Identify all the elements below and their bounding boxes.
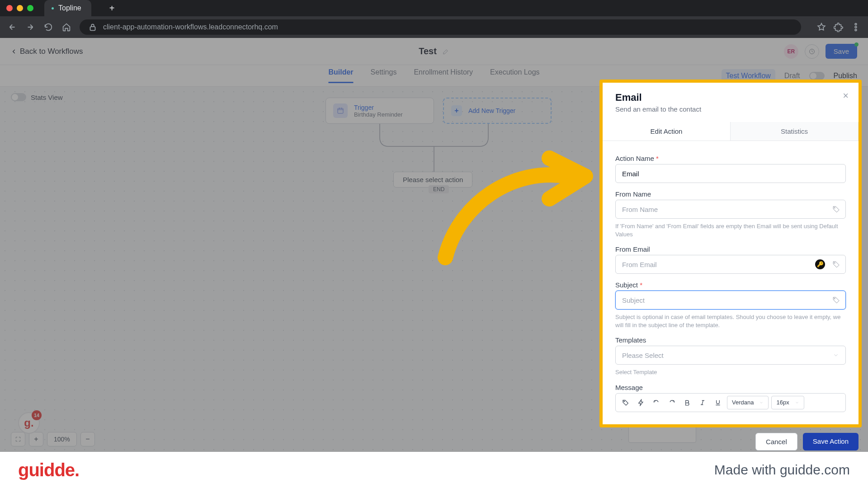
menu-icon[interactable] xyxy=(851,22,861,32)
address-bar[interactable]: client-app-automation-workflows.leadconn… xyxy=(80,19,801,35)
zoom-out-button[interactable]: − xyxy=(80,432,95,446)
save-button-label: Save xyxy=(834,47,849,55)
templates-select[interactable]: Please Select xyxy=(615,346,846,365)
from-email-input[interactable] xyxy=(615,255,846,274)
stats-view-switch[interactable] xyxy=(11,93,26,101)
subject-hint: Subject is optional in case of email tem… xyxy=(615,313,846,329)
tag-icon[interactable] xyxy=(832,205,840,213)
workflow-title: Test xyxy=(419,46,437,56)
underline-icon[interactable] xyxy=(712,396,724,409)
new-tab-button[interactable]: + xyxy=(109,3,115,14)
minimize-window-icon[interactable] xyxy=(17,5,23,11)
templates-hint: Select Template xyxy=(615,368,846,376)
browser-tab[interactable]: Topline xyxy=(44,0,91,16)
undo-icon[interactable] xyxy=(650,396,663,409)
save-button[interactable]: Save xyxy=(826,44,857,59)
trigger-node[interactable]: Trigger Birthday Reminder xyxy=(326,98,434,124)
nav-back-icon[interactable] xyxy=(7,22,17,32)
tab-enrollment-history[interactable]: Enrollment History xyxy=(414,68,473,83)
app-header: Back to Workflows Test ER Save xyxy=(0,38,868,65)
browser-tab-strip: Topline + xyxy=(0,0,868,16)
cancel-button[interactable]: Cancel xyxy=(755,433,797,450)
fullscreen-icon[interactable] xyxy=(11,432,25,446)
message-label: Message xyxy=(615,384,846,391)
stats-view-toggle[interactable]: Stats View xyxy=(11,93,63,101)
zoom-percent[interactable]: 100% xyxy=(47,432,77,446)
font-size-select[interactable]: 16px xyxy=(771,396,804,409)
action-name-label: Action Name * xyxy=(615,155,846,162)
nav-forward-icon[interactable] xyxy=(25,22,35,32)
tab-title: Topline xyxy=(58,4,81,12)
browser-toolbar: client-app-automation-workflows.leadconn… xyxy=(0,16,868,38)
avatar[interactable]: ER xyxy=(784,44,798,59)
svg-rect-5 xyxy=(338,108,343,113)
svg-point-3 xyxy=(855,29,857,31)
guidde-badge[interactable]: g. 14 xyxy=(18,412,40,434)
guidde-logo: guidde. xyxy=(18,460,79,480)
annotation-arrow-icon xyxy=(432,149,594,268)
panel-subtitle: Send an email to the contact xyxy=(615,105,846,113)
key-icon[interactable]: 🔑 xyxy=(815,259,825,269)
svg-point-9 xyxy=(624,401,625,402)
templates-label: Templates xyxy=(615,336,846,344)
trigger-name: Birthday Reminder xyxy=(354,111,403,118)
connector-line xyxy=(429,124,430,169)
chevron-down-icon xyxy=(795,400,799,405)
tab-edit-action[interactable]: Edit Action xyxy=(603,122,731,141)
font-size-label: 16px xyxy=(776,399,789,406)
svg-rect-0 xyxy=(90,27,95,30)
tab-execution-logs[interactable]: Execution Logs xyxy=(490,68,539,83)
font-family-label: Verdana xyxy=(732,399,754,406)
draft-label: Draft xyxy=(784,72,800,80)
templates-placeholder: Please Select xyxy=(622,352,664,359)
stats-view-label: Stats View xyxy=(31,94,63,101)
font-family-select[interactable]: Verdana xyxy=(727,396,769,409)
subject-label: Subject * xyxy=(615,281,846,289)
reload-icon[interactable] xyxy=(43,22,53,32)
tab-settings[interactable]: Settings xyxy=(371,68,397,83)
page-title: Test xyxy=(419,46,449,56)
action-name-input[interactable] xyxy=(615,164,846,183)
from-name-hint: If 'From Name' and 'From Email' fields a… xyxy=(615,222,846,238)
lock-icon xyxy=(88,22,98,32)
tag-icon[interactable] xyxy=(832,260,840,268)
from-email-label: From Email xyxy=(615,245,846,253)
save-action-button[interactable]: Save Action xyxy=(803,433,859,450)
chevron-down-icon xyxy=(759,400,764,405)
back-to-workflows-link[interactable]: Back to Workflows xyxy=(11,47,83,56)
history-icon[interactable] xyxy=(805,44,819,59)
publish-toggle[interactable] xyxy=(809,72,825,80)
svg-point-2 xyxy=(855,26,857,28)
back-label: Back to Workflows xyxy=(20,47,83,56)
tab-builder[interactable]: Builder xyxy=(328,68,353,83)
close-icon[interactable]: × xyxy=(843,90,849,102)
add-trigger-label: Add New Trigger xyxy=(468,107,515,114)
edit-icon[interactable] xyxy=(442,48,449,55)
tab-favicon xyxy=(52,7,54,9)
redo-icon[interactable] xyxy=(665,396,678,409)
subject-input[interactable] xyxy=(615,291,846,310)
tag-icon[interactable] xyxy=(619,396,632,409)
from-name-input[interactable] xyxy=(615,200,846,219)
maximize-window-icon[interactable] xyxy=(27,5,33,11)
editor-toolbar: Verdana 16px xyxy=(615,393,846,412)
guidde-badge-logo: g. xyxy=(24,417,33,429)
plus-icon: + xyxy=(451,105,462,116)
extensions-icon[interactable] xyxy=(834,22,844,32)
italic-icon[interactable] xyxy=(696,396,709,409)
window-controls xyxy=(6,5,33,11)
publish-label: Publish xyxy=(834,72,857,80)
close-window-icon[interactable] xyxy=(6,5,13,11)
tag-icon[interactable] xyxy=(832,296,840,304)
lightning-icon[interactable] xyxy=(635,396,647,409)
bold-icon[interactable] xyxy=(681,396,693,409)
home-icon[interactable] xyxy=(61,22,71,32)
email-action-panel: Email Send an email to the contact × Edi… xyxy=(599,80,862,427)
tab-statistics[interactable]: Statistics xyxy=(731,122,859,141)
url-text: client-app-automation-workflows.leadconn… xyxy=(103,23,278,31)
add-trigger-button[interactable]: + Add New Trigger xyxy=(443,98,552,124)
unsaved-indicator-icon xyxy=(854,42,859,47)
zoom-in-button[interactable]: + xyxy=(29,432,43,446)
star-icon[interactable] xyxy=(816,22,826,32)
trigger-icon xyxy=(333,103,348,118)
